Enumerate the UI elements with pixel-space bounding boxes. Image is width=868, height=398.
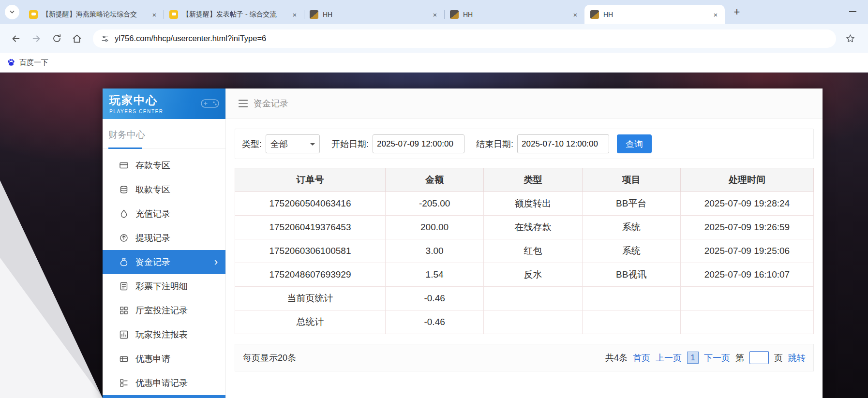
forward-button[interactable] (27, 29, 45, 48)
table-cell: -0.46 (385, 287, 483, 310)
new-tab-button[interactable]: + (730, 5, 744, 19)
main-content: 资金记录 类型: 全部 开始日期: 结束日期: 查询 (225, 88, 823, 398)
tab-title: 【新提醒】海燕策略论坛综合交 (42, 10, 147, 19)
sidebar-item-cashout[interactable]: 提现记录 (103, 226, 225, 250)
content-body: 类型: 全部 开始日期: 结束日期: 查询 订单号金额类型项目处理时间 (226, 119, 823, 398)
end-date-input[interactable] (517, 134, 609, 153)
records-table-wrap: 订单号金额类型项目处理时间 1752060504063416-205.00额度转… (235, 168, 814, 334)
sidebar-item-partial[interactable] (103, 395, 225, 398)
chevron-down-icon (9, 10, 15, 14)
site-settings-icon[interactable] (101, 34, 109, 43)
sidebar: 玩家中心 PLAYERS CENTER 财务中心 存款专区 取款专区 充值记录 … (103, 88, 225, 398)
table-cell: 总统计 (235, 310, 386, 334)
table-cell: 当前页统计 (235, 287, 386, 310)
hh-favicon-icon (310, 10, 318, 19)
url-bar[interactable]: yl756.com/hhcp/usercenter.html?iniType=6 (93, 29, 836, 48)
jump-link[interactable]: 跳转 (788, 352, 806, 364)
sidebar-item-recharge[interactable]: 充值记录 (103, 202, 225, 226)
table-cell (582, 310, 680, 334)
browser-tab[interactable]: HH × (444, 5, 584, 24)
prev-page-link[interactable]: 上一页 (656, 352, 682, 364)
window-minimize-button[interactable] (849, 11, 856, 12)
table-cell: 2025-07-09 19:28:24 (680, 192, 813, 216)
sidebar-item-report[interactable]: 玩家投注报表 (103, 323, 225, 347)
home-icon (72, 33, 82, 44)
table-cell: 在线存款 (484, 216, 582, 239)
browser-tab[interactable]: 【新提醒】海燕策略论坛综合交 × (23, 5, 164, 24)
goto-prefix: 第 (735, 352, 744, 364)
reload-icon (52, 33, 62, 44)
bookmark-baidu[interactable]: 百度一下 (7, 58, 48, 67)
tab-search-button[interactable] (5, 5, 19, 19)
table-cell: 1752048607693929 (235, 263, 386, 287)
end-date-label: 结束日期: (476, 138, 513, 150)
records-table: 订单号金额类型项目处理时间 1752060504063416-205.00额度转… (235, 168, 814, 334)
tab-close-icon[interactable]: × (290, 10, 299, 19)
back-arrow-icon (11, 33, 21, 44)
user-center-panel: 玩家中心 PLAYERS CENTER 财务中心 存款专区 取款专区 充值记录 … (103, 88, 823, 398)
browser-tab[interactable]: 【新提醒】发表帖子 - 综合交流 × (164, 5, 304, 24)
home-button[interactable] (68, 29, 86, 48)
forward-arrow-icon (31, 33, 42, 44)
sidebar-item-promo[interactable]: 优惠申请 (103, 347, 225, 371)
tab-title: 【新提醒】发表帖子 - 综合交流 (182, 10, 287, 19)
tab-title: HH (323, 11, 428, 18)
start-date-label: 开始日期: (331, 138, 369, 150)
table-cell: 2025-07-09 19:25:06 (680, 239, 813, 263)
table-cell (484, 287, 582, 310)
table-row: 1752060419376453200.00在线存款系统2025-07-09 1… (235, 216, 814, 239)
start-date-input[interactable] (373, 134, 464, 153)
table-cell: 1752060419376453 (235, 216, 386, 239)
table-cell: 系统 (582, 239, 680, 263)
tab-close-icon[interactable]: × (711, 10, 720, 19)
sidebar-item-label: 存款专区 (135, 160, 170, 171)
sidebar-item-deposit[interactable]: 存款专区 (103, 153, 225, 177)
table-body: 1752060504063416-205.00额度转出BB平台2025-07-0… (235, 192, 814, 334)
sidebar-item-promo-record[interactable]: 优惠申请记录 (103, 371, 225, 395)
type-select[interactable]: 全部 (266, 134, 320, 153)
table-cell: 系统 (582, 216, 680, 239)
hall-icon (119, 306, 129, 315)
sidebar-item-label: 彩票下注明细 (135, 280, 188, 292)
browser-toolbar: yl756.com/hhcp/usercenter.html?iniType=6 (0, 24, 868, 53)
menu-icon (239, 100, 248, 107)
bookmarks-bar: 百度一下 (0, 53, 868, 73)
table-cell: 额度转出 (484, 192, 582, 216)
table-row: 总统计-0.46 (235, 310, 814, 334)
tab-close-icon[interactable]: × (431, 10, 439, 19)
sidebar-item-label: 优惠申请记录 (135, 377, 188, 389)
table-cell (484, 310, 582, 334)
search-button[interactable]: 查询 (617, 134, 652, 153)
browser-tab[interactable]: HH × (584, 5, 725, 24)
per-page-label: 每页显示20条 (243, 352, 296, 364)
chat-favicon-icon (29, 10, 38, 19)
browser-tab[interactable]: HH × (304, 5, 444, 24)
sidebar-section-title: 财务中心 (103, 119, 225, 148)
table-cell: 1752060306100581 (235, 239, 386, 263)
sidebar-item-funds[interactable]: 资金记录 › (103, 250, 225, 274)
bookmark-star-button[interactable] (841, 29, 859, 48)
table-header-cell: 订单号 (235, 168, 386, 192)
sidebar-item-label: 玩家投注报表 (135, 329, 188, 340)
tab-close-icon[interactable]: × (571, 10, 580, 19)
goto-suffix: 页 (774, 352, 783, 364)
tab-close-icon[interactable]: × (150, 10, 159, 19)
sidebar-item-withdraw[interactable]: 取款专区 (103, 177, 225, 202)
table-header-cell: 项目 (582, 168, 680, 192)
table-cell: 1752060504063416 (235, 192, 386, 216)
background-triangle-white (0, 258, 103, 398)
next-page-link[interactable]: 下一页 (704, 352, 730, 364)
sidebar-item-label: 充值记录 (135, 208, 170, 220)
page-jump-input[interactable] (749, 351, 769, 364)
sidebar-header: 玩家中心 PLAYERS CENTER (103, 88, 225, 119)
table-header-cell: 类型 (484, 168, 582, 192)
back-button[interactable] (7, 29, 25, 48)
sidebar-item-hall[interactable]: 厅室投注记录 (103, 298, 225, 323)
reload-button[interactable] (47, 29, 66, 48)
table-cell: BB平台 (582, 192, 680, 216)
table-cell: 3.00 (385, 239, 483, 263)
first-page-link[interactable]: 首页 (633, 352, 650, 364)
table-cell: 红包 (484, 239, 582, 263)
sidebar-item-lottery[interactable]: 彩票下注明细 (103, 274, 225, 298)
baidu-favicon-icon (7, 58, 15, 67)
